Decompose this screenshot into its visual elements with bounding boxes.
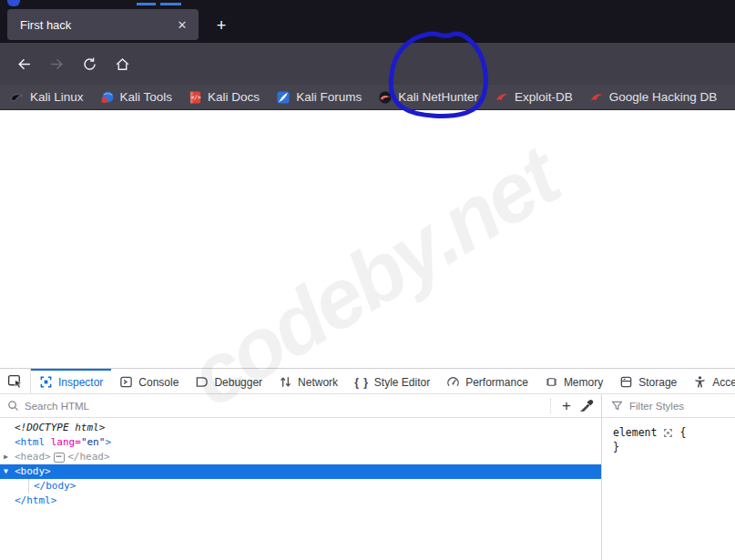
filter-styles-input[interactable]: Filter Styles	[602, 394, 735, 417]
filter-placeholder: Filter Styles	[629, 401, 684, 412]
tab-inspector[interactable]: Inspector	[31, 369, 111, 393]
network-icon	[279, 375, 292, 389]
bookmark-label: Kali Forums	[296, 90, 362, 104]
highlight-target-icon[interactable]	[663, 428, 673, 438]
debugger-icon	[195, 375, 209, 389]
inspector-icon	[39, 375, 53, 389]
home-icon	[115, 56, 130, 72]
search-html-input[interactable]: Search HTML +	[0, 394, 602, 417]
forward-icon	[49, 56, 65, 72]
pick-element-icon	[7, 373, 23, 389]
reload-button[interactable]	[75, 49, 104, 78]
kali-linux-icon	[9, 90, 25, 105]
bookmark-kali-docs[interactable]: </> Kali Docs	[189, 90, 260, 105]
top-strip-blue-pill	[7, 0, 20, 6]
tab-debugger[interactable]: Debugger	[187, 369, 271, 393]
markup-line-body-close[interactable]: </body>	[0, 479, 601, 494]
pick-element-button[interactable]	[0, 369, 31, 393]
rules-view: element { }	[602, 418, 735, 560]
bookmark-kali-forums[interactable]: Kali Forums	[276, 90, 362, 105]
back-button[interactable]	[9, 49, 38, 78]
tab-label: Debugger	[214, 376, 262, 389]
add-node-button[interactable]: +	[562, 397, 571, 415]
storage-icon	[619, 375, 633, 389]
tab-close-button[interactable]: ✕	[173, 15, 191, 34]
new-tab-button[interactable]: +	[209, 14, 233, 37]
bookmark-exploit-db[interactable]: Exploit-DB	[495, 90, 573, 105]
tab-console[interactable]: Console	[111, 369, 187, 393]
tab-label: Console	[138, 376, 179, 389]
svg-text:</>: </>	[191, 94, 201, 100]
bookmark-label: Google Hacking DB	[609, 90, 718, 104]
tab-storage[interactable]: Storage	[611, 369, 685, 393]
tab-label: Accessibility	[712, 376, 735, 389]
bookmark-label: Kali Docs	[208, 90, 260, 104]
memory-icon	[545, 375, 558, 389]
tab-label: Memory	[564, 376, 603, 389]
tab-label: Storage	[638, 376, 677, 389]
back-icon	[16, 56, 32, 72]
performance-icon	[446, 375, 460, 389]
bookmark-google-hacking-db[interactable]: Google Hacking DB	[589, 90, 718, 105]
home-button[interactable]	[107, 49, 137, 78]
markup-view: <!DOCTYPE html> <html lang="en"> ▶ <head…	[0, 418, 602, 560]
devtools-toolbar: Search HTML + Filter Styles	[0, 394, 735, 418]
bookmark-label: Kali NetHunter	[398, 90, 478, 104]
rule-selector: element	[613, 425, 657, 440]
rule-selector-line[interactable]: element {	[613, 425, 735, 440]
eyedropper-icon[interactable]	[580, 399, 594, 412]
reload-icon	[82, 56, 97, 72]
bookmark-kali-linux[interactable]: Kali Linux	[9, 90, 84, 105]
exploit-db-icon	[495, 90, 509, 105]
accessibility-icon	[693, 375, 707, 389]
kali-tools-icon	[100, 90, 115, 105]
kali-nethunter-icon	[378, 90, 393, 105]
markup-line-body-selected[interactable]: ▼ <body>	[0, 464, 601, 479]
google-hacking-db-icon	[589, 90, 604, 105]
tab-accessibility[interactable]: Accessibility	[685, 369, 735, 393]
kali-docs-icon: </>	[189, 90, 202, 105]
tab-label: Network	[298, 376, 338, 389]
kali-forums-icon	[276, 90, 291, 105]
search-placeholder: Search HTML	[25, 401, 89, 412]
tab-bar: First hack ✕ +	[0, 7, 735, 43]
expand-arrow-icon[interactable]: ▶	[4, 450, 15, 464]
forward-button[interactable]	[42, 49, 71, 78]
tab-performance[interactable]: Performance	[438, 369, 536, 393]
tab-style-editor[interactable]: { } Style Editor	[346, 369, 438, 393]
bookmark-label: Kali Tools	[120, 90, 173, 104]
bookmark-kali-tools[interactable]: Kali Tools	[100, 90, 173, 105]
page-content	[0, 110, 735, 368]
tab-label: Style Editor	[374, 376, 430, 389]
tab-network[interactable]: Network	[271, 369, 346, 393]
bookmarks-bar: Kali Linux Kali Tools </> Kali Docs Kali…	[0, 85, 735, 110]
markup-line-head[interactable]: ▶ <head> ⋯ </head>	[0, 450, 601, 464]
bookmark-kali-nethunter[interactable]: Kali NetHunter	[378, 90, 478, 105]
console-icon	[119, 375, 133, 389]
markup-toolbar-buttons: +	[550, 397, 594, 415]
markup-line-html-close[interactable]: </html>	[0, 494, 601, 508]
devtools-tab-bar: Inspector Console Debugger Network { } S…	[0, 369, 735, 394]
tab-memory[interactable]: Memory	[536, 369, 611, 393]
browser-tab[interactable]: First hack ✕	[7, 9, 199, 40]
top-strip	[0, 0, 735, 7]
separator	[550, 399, 551, 413]
bookmark-label: Kali Linux	[30, 90, 84, 104]
search-icon	[7, 400, 19, 412]
bookmark-label: Exploit-DB	[515, 90, 573, 104]
top-strip-marker	[160, 3, 181, 5]
markup-line-html-open[interactable]: <html lang="en">	[0, 435, 601, 450]
tab-label: Performance	[465, 376, 528, 389]
tab-title: First hack	[20, 18, 173, 32]
inline-ellipsis-button[interactable]: ⋯	[54, 453, 65, 463]
navigation-toolbar	[0, 43, 735, 85]
indent-guide: </body>	[28, 479, 76, 494]
rule-close-brace: }	[613, 440, 735, 454]
top-strip-marker	[137, 3, 156, 5]
rule-open-brace: {	[679, 425, 686, 440]
tab-label: Inspector	[58, 376, 103, 389]
devtools-panel: Inspector Console Debugger Network { } S…	[0, 368, 735, 560]
collapse-arrow-icon[interactable]: ▼	[4, 464, 15, 479]
markup-line-doctype[interactable]: <!DOCTYPE html>	[0, 421, 601, 435]
browser-window: First hack ✕ + localhost/index.php?id=1'…	[0, 0, 735, 560]
